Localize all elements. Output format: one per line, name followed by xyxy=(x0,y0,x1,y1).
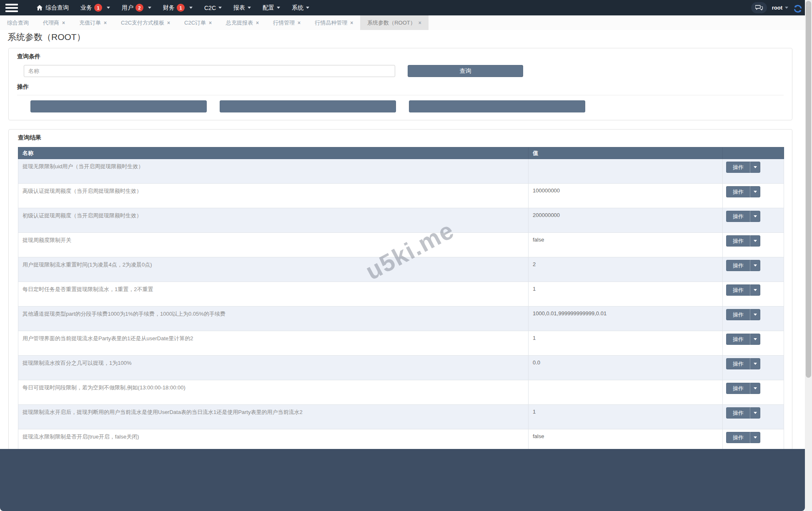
nav-menu-item[interactable]: 报表 xyxy=(228,0,257,15)
action-dropdown-toggle[interactable] xyxy=(750,162,760,173)
action-button[interactable]: 操作 xyxy=(726,162,750,173)
action-button[interactable]: 操作 xyxy=(726,284,750,296)
action-dropdown-toggle[interactable] xyxy=(750,407,760,419)
tab-label: 总充提报表 xyxy=(226,19,253,27)
param-action-cell: 操作 xyxy=(723,331,784,356)
refresh-icon[interactable] xyxy=(793,4,802,13)
operation-button[interactable] xyxy=(409,100,585,112)
page-tab[interactable]: 行情管理 × xyxy=(266,15,308,30)
chevron-down-icon xyxy=(248,7,251,9)
page-tab[interactable]: 系统参数（ROOT） × xyxy=(360,15,429,30)
nav-menu-item[interactable]: 业务 1 xyxy=(75,0,116,15)
action-button[interactable]: 操作 xyxy=(726,432,750,443)
chevron-down-icon xyxy=(754,166,757,168)
close-icon[interactable]: × xyxy=(209,20,212,26)
nav-menu-item[interactable]: 系统 xyxy=(286,0,315,15)
action-button[interactable]: 操作 xyxy=(726,211,750,222)
scrollbar-thumb[interactable] xyxy=(806,1,811,378)
nav-menu-item[interactable]: C2C xyxy=(198,0,228,15)
operation-button[interactable] xyxy=(220,100,396,112)
action-button[interactable]: 操作 xyxy=(726,260,750,271)
param-name-cell: 初级认证提现周额度（当开启周提现限额时生效） xyxy=(18,208,529,233)
action-dropdown-toggle[interactable] xyxy=(750,211,760,222)
nav-menu-item[interactable]: 财务 1 xyxy=(157,0,198,15)
action-split-button: 操作 xyxy=(726,162,760,173)
nav-menu-item[interactable]: 用户 2 xyxy=(116,0,157,15)
param-name-cell: 提现无限限制uid用户（当开启周提现限额时生效） xyxy=(18,159,529,184)
vertical-scrollbar[interactable] xyxy=(805,0,812,511)
chevron-down-icon xyxy=(754,412,757,414)
action-split-button: 操作 xyxy=(726,211,760,222)
home-icon xyxy=(37,5,43,10)
top-navbar: 综合查询 业务 1 用户 2 财 xyxy=(0,0,805,15)
action-button[interactable]: 操作 xyxy=(726,309,750,320)
tab-label: 代理商 xyxy=(43,19,59,27)
param-value-cell: 1 xyxy=(529,331,723,356)
page-tab[interactable]: C2C订单 × xyxy=(177,15,219,30)
param-value-cell xyxy=(529,380,723,405)
page-tab[interactable]: 综合查询 × xyxy=(0,15,36,30)
action-split-button: 操作 xyxy=(726,260,760,271)
close-icon[interactable]: × xyxy=(167,20,170,26)
close-icon[interactable]: × xyxy=(419,20,421,26)
page-tab[interactable]: 代理商 × xyxy=(36,15,72,30)
action-dropdown-toggle[interactable] xyxy=(750,235,760,247)
notification-badge: 1 xyxy=(94,4,102,12)
nav-menu-item[interactable]: 综合查询 xyxy=(31,0,75,15)
chevron-down-icon xyxy=(148,7,151,9)
action-button[interactable]: 操作 xyxy=(726,358,750,369)
page-tab[interactable]: C2C支付方式模板 × xyxy=(114,15,177,30)
page-tab[interactable]: 行情品种管理 × xyxy=(308,15,360,30)
search-button[interactable]: 查询 xyxy=(408,65,523,77)
chevron-down-icon xyxy=(754,363,757,365)
table-row: 提现周额度限制开关 false 操作 xyxy=(18,233,784,257)
query-panel: 查询条件 查询 操作 xyxy=(8,48,792,120)
chat-bubbles-icon xyxy=(755,5,763,11)
close-icon[interactable]: × xyxy=(62,20,65,26)
page-tab[interactable]: 充值订单 × xyxy=(72,15,114,30)
action-dropdown-toggle[interactable] xyxy=(750,334,760,345)
name-search-input[interactable] xyxy=(24,65,395,77)
hamburger-menu-icon[interactable] xyxy=(0,0,23,15)
query-conditions-label: 查询条件 xyxy=(17,53,784,60)
action-dropdown-toggle[interactable] xyxy=(750,260,760,271)
action-dropdown-toggle[interactable] xyxy=(750,358,760,369)
table-row: 提现流水限制限制是否开启(true开启，false关闭) false 操作 xyxy=(18,429,784,451)
param-name-cell: 其他通道提现类型part的分段手续费1000为1%的手续费，1000以上为0.0… xyxy=(18,307,529,331)
chevron-down-icon xyxy=(754,387,757,389)
messages-button[interactable] xyxy=(751,2,767,13)
action-split-button: 操作 xyxy=(726,432,760,443)
action-dropdown-toggle[interactable] xyxy=(750,309,760,320)
param-action-cell: 操作 xyxy=(723,380,784,405)
page-tab[interactable]: 总充提报表 × xyxy=(219,15,266,30)
user-menu[interactable]: root xyxy=(772,5,788,11)
close-icon[interactable]: × xyxy=(298,20,301,26)
action-split-button: 操作 xyxy=(726,284,760,296)
action-dropdown-toggle[interactable] xyxy=(750,383,760,394)
nav-menu-item[interactable]: 配置 xyxy=(257,0,286,15)
action-split-button: 操作 xyxy=(726,186,760,197)
param-name-cell: 提现限制流水开启后，提现判断用的用户当前流水是使用UserData表的当日流水1… xyxy=(18,405,529,429)
close-icon[interactable]: × xyxy=(350,20,353,26)
column-header-name: 名称 xyxy=(18,147,529,159)
close-icon[interactable]: × xyxy=(104,20,107,26)
action-button[interactable]: 操作 xyxy=(726,235,750,247)
action-button[interactable]: 操作 xyxy=(726,383,750,394)
close-icon[interactable]: × xyxy=(256,20,259,26)
action-button[interactable]: 操作 xyxy=(726,334,750,345)
action-dropdown-toggle[interactable] xyxy=(750,432,760,443)
operation-buttons xyxy=(30,100,784,112)
param-value-cell: 200000000 xyxy=(529,208,723,233)
action-button[interactable]: 操作 xyxy=(726,407,750,419)
table-row: 提现限制流水开启后，提现判断用的用户当前流水是使用UserData表的当日流水1… xyxy=(18,405,784,429)
action-button[interactable]: 操作 xyxy=(726,186,750,197)
param-value-cell: 100000000 xyxy=(529,184,723,208)
action-dropdown-toggle[interactable] xyxy=(750,284,760,296)
nav-item-label: 业务 xyxy=(80,4,92,12)
tab-label: 充值订单 xyxy=(79,19,101,27)
action-dropdown-toggle[interactable] xyxy=(750,186,760,197)
operation-button[interactable] xyxy=(30,100,207,112)
notification-badge: 1 xyxy=(177,4,185,12)
tab-label: 综合查询 xyxy=(7,19,29,27)
footer-band xyxy=(0,449,805,511)
